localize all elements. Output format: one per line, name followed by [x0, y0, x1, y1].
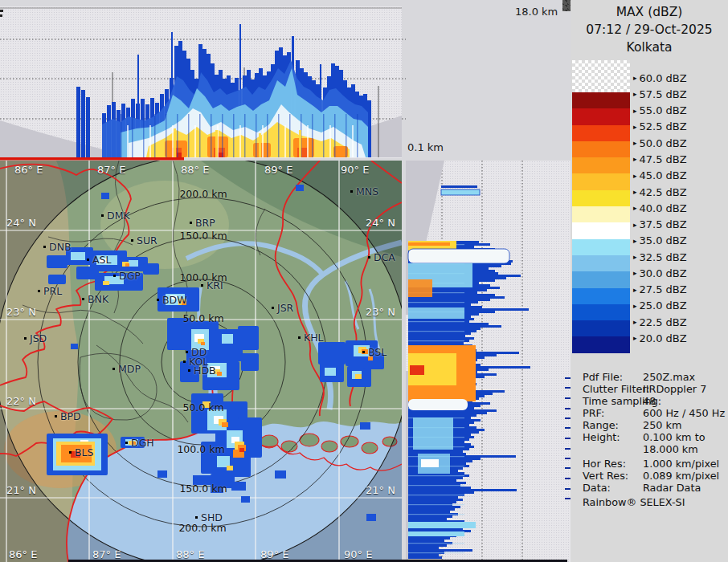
- city-marker: BSL: [362, 346, 386, 358]
- legend-entry-label: 35.0 dBZ: [640, 234, 687, 246]
- legend-entry-label: 25.0 dBZ: [640, 299, 687, 312]
- city-dot-icon: [125, 442, 128, 444]
- city-marker: BLS: [69, 446, 93, 458]
- city-marker: SHD: [195, 511, 223, 523]
- legend-entry-label: 32.5 dBZ: [640, 251, 687, 263]
- tick-arrow-icon: ▸: [633, 188, 637, 196]
- city-marker: MNS: [350, 185, 378, 198]
- color-band: [572, 304, 630, 320]
- software-brand: Rainbow® SELEX-SI: [583, 496, 726, 508]
- legend-entry: ▸20.0 dBZ: [633, 330, 728, 346]
- legend-entry: ▸60.0 dBZ: [633, 70, 728, 86]
- metadata-row: Clutter Filter:IIRDoppler 7: [583, 383, 726, 395]
- city-marker: PRL: [38, 285, 62, 297]
- color-band: [572, 206, 630, 222]
- city-dot-icon: [43, 246, 46, 248]
- legend-entry-label: 37.5 dBZ: [640, 218, 687, 230]
- city-dot-icon: [362, 351, 365, 353]
- lon-label-bottom: 88° E: [176, 548, 204, 560]
- product-metadata: Pdf File:250Z.max Clutter Filter:IIRDopp…: [583, 371, 726, 508]
- tick-arrow-icon: ▸: [633, 90, 637, 98]
- tick-arrow-icon: ▸: [633, 204, 637, 212]
- product-datetime: 07:12 / 29-Oct-2025: [571, 22, 728, 37]
- city-dot-icon: [112, 368, 115, 370]
- city-marker: DMK: [101, 210, 130, 222]
- tick-arrow-icon: ▸: [633, 318, 637, 326]
- legend-entry: ▸27.5 dBZ: [633, 282, 728, 298]
- city-dot-icon: [195, 516, 198, 519]
- metadata-row: Vert Res:0.089 km/pixel: [583, 470, 726, 482]
- legend-entry: ▸42.5 dBZ: [633, 184, 728, 200]
- ring-label: 50.0 km: [182, 312, 223, 324]
- city-marker: DCA: [368, 251, 395, 263]
- color-band: [572, 222, 630, 238]
- lon-label-top: 87° E: [97, 164, 125, 176]
- city-dot-icon: [101, 214, 104, 217]
- color-band: [572, 271, 630, 287]
- metadata-row: Data:Radar Data: [583, 482, 726, 494]
- legend-entry-label: 27.5 dBZ: [640, 283, 687, 295]
- color-band: [572, 239, 630, 255]
- legend-entry: ▸32.5 dBZ: [633, 249, 728, 265]
- city-dot-icon: [82, 298, 84, 300]
- city-dot-icon: [186, 351, 188, 353]
- city-marker: SUR: [131, 234, 157, 246]
- city-dot-icon: [157, 299, 159, 301]
- legend-entry-label: 30.0 dBZ: [640, 267, 687, 279]
- ring-label: 100.0 km: [177, 443, 224, 455]
- lat-label-left: 21° N: [6, 484, 36, 496]
- color-band: [572, 255, 630, 271]
- tick-arrow-icon: ▸: [633, 221, 637, 229]
- lon-label-bottom: 87° E: [92, 548, 121, 560]
- city-marker: ASL: [87, 254, 111, 266]
- city-marker: JSR: [272, 302, 293, 314]
- metadata-row: PRF:600 Hz / 450 Hz: [583, 407, 726, 419]
- metadata-row: Range:250 km: [583, 419, 726, 431]
- tick-arrow-icon: ▸: [633, 334, 637, 342]
- legend-entry-label: 45.0 dBZ: [640, 169, 687, 181]
- metadata-row: Time sampling:48: [583, 395, 726, 407]
- tick-arrow-icon: ▸: [633, 74, 637, 82]
- color-band: [572, 190, 630, 206]
- color-band: [572, 92, 630, 108]
- city-dot-icon: [38, 290, 40, 292]
- top-profile-chart: [0, 0, 407, 161]
- lat-label-left: 22° N: [6, 395, 36, 407]
- legend-entry: ▸47.5 dBZ: [633, 151, 728, 167]
- height-axis-min-label: 0.1 km: [407, 141, 444, 153]
- lat-label-right: 21° N: [366, 484, 395, 496]
- city-dot-icon: [69, 451, 72, 454]
- legend-entry-label: 52.5 dBZ: [640, 120, 687, 132]
- city-marker: KHL: [298, 332, 324, 344]
- lon-label-top: 89° E: [264, 164, 292, 176]
- tick-arrow-icon: ▸: [633, 139, 637, 147]
- legend-entry-label: 42.5 dBZ: [640, 186, 687, 198]
- legend-panel: MAX (dBZ) 07:12 / 29-Oct-2025 Kolkata ▸6…: [571, 0, 728, 562]
- tick-arrow-icon: ▸: [633, 286, 637, 294]
- lon-label-top: 88° E: [181, 164, 209, 176]
- city-marker: MDP: [112, 363, 141, 375]
- city-dot-icon: [55, 415, 57, 417]
- city-dot-icon: [131, 239, 133, 242]
- city-marker: HDB: [188, 364, 216, 377]
- city-dot-icon: [190, 222, 192, 224]
- color-band: [572, 320, 630, 336]
- tick-arrow-icon: ▸: [633, 237, 637, 245]
- color-scale: [572, 60, 630, 353]
- metadata-row: Hor Res:1.000 km/pixel: [583, 458, 726, 470]
- color-band: [572, 108, 630, 124]
- city-dot-icon: [188, 369, 190, 372]
- legend-entry: ▸25.0 dBZ: [633, 298, 728, 314]
- lat-label-right: 24° N: [366, 217, 395, 229]
- lon-label-bottom: 90° E: [344, 548, 372, 560]
- tick-arrow-icon: ▸: [633, 302, 637, 310]
- city-dot-icon: [272, 307, 274, 309]
- city-marker: KRI: [201, 279, 223, 291]
- legend-entry: ▸52.5 dBZ: [633, 119, 728, 135]
- side-height-profile-panel: [402, 161, 571, 562]
- ring-label: 200.0 km: [179, 188, 227, 200]
- city-dot-icon: [350, 190, 353, 193]
- height-axis-max-label: 18.0 km: [515, 6, 558, 18]
- metadata-row: 18.000 km: [583, 443, 726, 455]
- lon-label-top: 90° E: [341, 164, 369, 176]
